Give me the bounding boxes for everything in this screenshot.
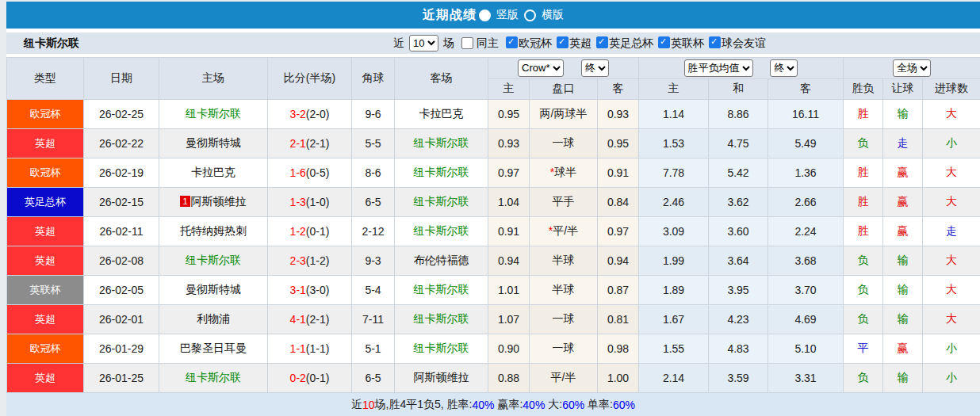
score-cell: 3-2(2-0) [268, 100, 352, 129]
mean-draw-cell: 4.23 [709, 305, 768, 334]
league-badge: 英超 [7, 364, 84, 393]
fulltime-score: 1-1 [290, 342, 306, 355]
halftime-score: (1-0) [306, 196, 330, 208]
odds-stage-select[interactable]: 终 [581, 59, 609, 77]
team-name-link[interactable]: 曼彻斯特城 [186, 283, 241, 296]
fulltime-score: 1-2 [290, 225, 306, 238]
home-team-cell[interactable]: 巴黎圣日耳曼 [159, 334, 268, 364]
mean-lose-cell: 2.66 [768, 188, 844, 217]
away-team-cell[interactable]: 纽卡斯尔联 [395, 188, 488, 217]
col-header-home: 主场 [159, 58, 268, 100]
fulltime-score: 3-1 [290, 284, 306, 296]
layout-vertical-label[interactable]: 竖版 [496, 8, 519, 22]
mean-draw-cell: 3.59 [709, 364, 768, 393]
home-team-cell[interactable]: 纽卡斯尔联 [159, 100, 268, 129]
same-home-checkbox[interactable] [461, 37, 473, 49]
team-name-link[interactable]: 纽卡斯尔联 [414, 224, 469, 237]
home-team-cell[interactable]: 卡拉巴克 [159, 158, 268, 188]
league-checkbox[interactable] [557, 36, 568, 48]
league-checkbox-label[interactable]: 球会友谊 [722, 36, 766, 49]
league-checkbox-label[interactable]: 英超 [569, 36, 591, 49]
mean-lose-cell: 3.70 [768, 276, 844, 305]
team-name-link[interactable]: 阿斯顿维拉 [191, 195, 247, 208]
home-team-cell[interactable]: 利物浦 [159, 305, 268, 334]
team-name-link[interactable]: 纽卡斯尔联 [414, 166, 469, 178]
halftime-score: (1-1) [306, 342, 330, 355]
result-cell: 胜 [844, 158, 883, 188]
team-name-link[interactable]: 巴黎圣日耳曼 [180, 342, 247, 354]
away-team-cell[interactable]: 纽卡斯尔联 [395, 217, 488, 246]
team-name-link[interactable]: 纽卡斯尔联 [414, 283, 469, 296]
away-team-cell[interactable]: 纽卡斯尔联 [395, 129, 488, 158]
team-name-link[interactable]: 布伦特福德 [414, 254, 469, 266]
team-name-link[interactable]: 纽卡斯尔联 [186, 371, 241, 384]
score-cell: 1-3(1-0) [268, 188, 352, 217]
league-checkbox-label[interactable]: 英足总杯 [609, 36, 653, 49]
fullmatch-select[interactable]: 全场 [893, 59, 931, 77]
away-team-cell[interactable]: 纽卡斯尔联 [395, 158, 488, 188]
team-name-link[interactable]: 纽卡斯尔联 [414, 195, 469, 208]
mean-win-cell: 1.14 [639, 100, 709, 129]
away-team-cell[interactable]: 阿斯顿维拉 [395, 364, 488, 393]
same-home-label[interactable]: 同主 [477, 36, 499, 51]
bookmaker-select[interactable]: Crow* [518, 59, 564, 77]
team-name-link[interactable]: 纽卡斯尔联 [186, 107, 241, 120]
mean-stage-select[interactable]: 终 [770, 59, 798, 77]
summary-segment: 40% [523, 399, 545, 411]
team-name-link[interactable]: 纽卡斯尔联 [414, 342, 469, 354]
odds-away-cell: 0.95 [598, 129, 639, 158]
team-name-link[interactable]: 曼彻斯特城 [186, 136, 241, 149]
team-name-link[interactable]: 纽卡斯尔联 [186, 254, 241, 266]
away-team-cell[interactable]: 纽卡斯尔联 [395, 276, 488, 305]
home-team-cell[interactable]: 纽卡斯尔联 [159, 246, 268, 276]
team-name-link[interactable]: 纽卡斯尔联 [414, 136, 469, 149]
team-name-link[interactable]: 阿斯顿维拉 [414, 371, 469, 384]
fullmatch-select-group: 全场 [844, 58, 980, 79]
score-cell: 2-3(1-2) [268, 246, 352, 276]
team-name-link[interactable]: 卡拉巴克 [419, 107, 464, 120]
home-team-cell[interactable]: 托特纳姆热刺 [159, 217, 268, 246]
layout-horizontal-label[interactable]: 横版 [542, 8, 564, 22]
summary-bar: 近10场,胜4平1负5, 胜率:40% 赢率:40% 大:60% 单率:60% [6, 393, 980, 416]
mean-type-select[interactable]: 胜平负均值 [684, 59, 753, 77]
odds-away-cell: 0.98 [598, 334, 639, 364]
league-checkbox-label[interactable]: 英联杯 [671, 36, 704, 49]
subcol-result: 胜负 [844, 78, 883, 100]
subcol-mean-lose: 客 [768, 78, 844, 100]
odds-home-cell: 0.97 [488, 158, 530, 188]
away-team-cell[interactable]: 卡拉巴克 [395, 100, 488, 129]
fulltime-score: 4-1 [290, 313, 306, 326]
mean-draw-cell: 3.64 [709, 246, 768, 276]
team-name-link[interactable]: 纽卡斯尔联 [414, 312, 469, 325]
odds-away-cell: 0.84 [598, 188, 639, 217]
home-team-cell[interactable]: 曼彻斯特城 [159, 129, 268, 158]
league-checkbox[interactable] [709, 36, 721, 48]
odds-away-cell: 0.91 [598, 158, 639, 188]
result-cell: 胜 [844, 217, 883, 246]
team-name-link[interactable]: 托特纳姆热刺 [180, 224, 247, 237]
layout-radio-horizontal[interactable] [524, 10, 536, 21]
mean-win-cell: 7.78 [639, 158, 709, 188]
mean-lose-cell: 16.11 [768, 100, 844, 129]
away-team-cell[interactable]: 纽卡斯尔联 [395, 334, 488, 364]
subcol-handicap: 盘口 [530, 78, 598, 100]
summary-segment: 10 [362, 399, 375, 411]
layout-radio-vertical[interactable] [479, 10, 491, 21]
away-team-cell[interactable]: 纽卡斯尔联 [395, 305, 488, 334]
home-team-cell[interactable]: 纽卡斯尔联 [159, 364, 268, 393]
home-team-cell[interactable]: 1阿斯顿维拉 [159, 188, 268, 217]
team-name-link[interactable]: 利物浦 [197, 312, 230, 325]
goals-result-cell: 大 [923, 188, 980, 217]
league-checkbox[interactable] [506, 36, 518, 48]
league-checkbox[interactable] [658, 36, 670, 48]
result-cell: 负 [844, 276, 883, 305]
away-team-cell[interactable]: 布伦特福德 [395, 246, 488, 276]
league-checkbox[interactable] [596, 36, 608, 48]
handicap-cell: 一球 [530, 305, 598, 334]
result-cell: 胜 [844, 100, 883, 129]
date-cell: 26-02-11 [84, 217, 159, 246]
team-name-link[interactable]: 卡拉巴克 [191, 166, 235, 178]
recent-count-select[interactable]: 10 [409, 35, 438, 52]
home-team-cell[interactable]: 曼彻斯特城 [159, 276, 268, 305]
league-checkbox-label[interactable]: 欧冠杯 [519, 36, 552, 49]
